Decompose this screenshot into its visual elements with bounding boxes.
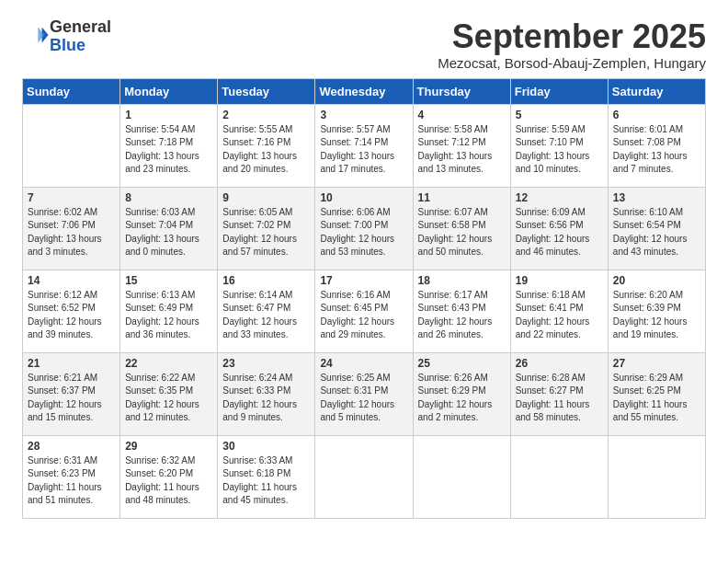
day-cell: 26Sunrise: 6:28 AM Sunset: 6:27 PM Dayli… — [510, 352, 608, 435]
day-number: 3 — [320, 109, 407, 121]
day-cell: 11Sunrise: 6:07 AM Sunset: 6:58 PM Dayli… — [413, 187, 510, 270]
day-number: 6 — [613, 109, 700, 121]
day-number: 11 — [418, 191, 506, 204]
day-cell: 12Sunrise: 6:09 AM Sunset: 6:56 PM Dayli… — [510, 187, 608, 270]
day-number: 5 — [516, 109, 603, 121]
day-number: 20 — [613, 274, 700, 287]
day-cell: 24Sunrise: 6:25 AM Sunset: 6:31 PM Dayli… — [315, 352, 413, 435]
day-info: Sunrise: 6:25 AM Sunset: 6:31 PM Dayligh… — [320, 372, 407, 425]
day-info: Sunrise: 5:58 AM Sunset: 7:12 PM Dayligh… — [418, 123, 506, 177]
logo: GeneralBlue — [22, 18, 111, 55]
logo-blue: Blue — [50, 36, 85, 54]
day-info: Sunrise: 6:12 AM Sunset: 6:52 PM Dayligh… — [28, 289, 115, 342]
calendar-table: SundayMondayTuesdayWednesdayThursdayFrid… — [22, 78, 706, 519]
day-cell — [608, 435, 705, 518]
day-number: 24 — [320, 357, 407, 370]
day-number: 2 — [222, 109, 310, 121]
day-info: Sunrise: 6:18 AM Sunset: 6:41 PM Dayligh… — [516, 289, 603, 342]
day-info: Sunrise: 5:59 AM Sunset: 7:10 PM Dayligh… — [516, 123, 603, 177]
day-info: Sunrise: 6:06 AM Sunset: 7:00 PM Dayligh… — [320, 206, 407, 259]
header-cell-wednesday: Wednesday — [315, 78, 413, 104]
day-number: 25 — [418, 357, 506, 370]
day-cell: 28Sunrise: 6:31 AM Sunset: 6:23 PM Dayli… — [23, 435, 120, 518]
week-row-5: 28Sunrise: 6:31 AM Sunset: 6:23 PM Dayli… — [23, 435, 706, 518]
day-cell: 4Sunrise: 5:58 AM Sunset: 7:12 PM Daylig… — [413, 104, 510, 187]
day-info: Sunrise: 5:55 AM Sunset: 7:16 PM Dayligh… — [222, 123, 310, 177]
header-cell-friday: Friday — [510, 78, 608, 104]
day-info: Sunrise: 6:33 AM Sunset: 6:18 PM Dayligh… — [222, 454, 310, 508]
title-area: September 2025 Mezocsat, Borsod-Abauj-Ze… — [438, 18, 706, 71]
day-info: Sunrise: 6:20 AM Sunset: 6:39 PM Dayligh… — [613, 289, 700, 342]
day-info: Sunrise: 6:09 AM Sunset: 6:56 PM Dayligh… — [516, 206, 603, 259]
day-cell: 10Sunrise: 6:06 AM Sunset: 7:00 PM Dayli… — [315, 187, 413, 270]
header-cell-monday: Monday — [120, 78, 218, 104]
day-info: Sunrise: 6:10 AM Sunset: 6:54 PM Dayligh… — [613, 206, 700, 259]
day-number: 30 — [222, 440, 310, 453]
day-info: Sunrise: 6:13 AM Sunset: 6:49 PM Dayligh… — [125, 289, 212, 342]
day-info: Sunrise: 6:07 AM Sunset: 6:58 PM Dayligh… — [418, 206, 506, 259]
day-number: 22 — [125, 357, 212, 370]
day-cell — [315, 435, 413, 518]
day-info: Sunrise: 6:32 AM Sunset: 6:20 PM Dayligh… — [125, 454, 212, 508]
header-cell-saturday: Saturday — [608, 78, 705, 104]
day-cell: 19Sunrise: 6:18 AM Sunset: 6:41 PM Dayli… — [510, 270, 608, 352]
week-row-1: 1Sunrise: 5:54 AM Sunset: 7:18 PM Daylig… — [23, 104, 706, 187]
day-cell: 21Sunrise: 6:21 AM Sunset: 6:37 PM Dayli… — [23, 352, 120, 435]
day-number: 26 — [516, 357, 603, 370]
day-cell: 25Sunrise: 6:26 AM Sunset: 6:29 PM Dayli… — [413, 352, 510, 435]
day-info: Sunrise: 6:16 AM Sunset: 6:45 PM Dayligh… — [320, 289, 407, 342]
day-number: 16 — [222, 274, 310, 287]
location-subtitle: Mezocsat, Borsod-Abauj-Zemplen, Hungary — [438, 55, 706, 71]
day-number: 19 — [516, 274, 603, 287]
calendar-header: SundayMondayTuesdayWednesdayThursdayFrid… — [23, 78, 706, 104]
day-cell: 22Sunrise: 6:22 AM Sunset: 6:35 PM Dayli… — [120, 352, 218, 435]
day-info: Sunrise: 6:02 AM Sunset: 7:06 PM Dayligh… — [28, 206, 115, 259]
day-cell: 29Sunrise: 6:32 AM Sunset: 6:20 PM Dayli… — [120, 435, 218, 518]
week-row-4: 21Sunrise: 6:21 AM Sunset: 6:37 PM Dayli… — [23, 352, 706, 435]
header-cell-sunday: Sunday — [23, 78, 120, 104]
day-info: Sunrise: 6:03 AM Sunset: 7:04 PM Dayligh… — [125, 206, 212, 259]
day-cell: 3Sunrise: 5:57 AM Sunset: 7:14 PM Daylig… — [315, 104, 413, 187]
day-cell: 23Sunrise: 6:24 AM Sunset: 6:33 PM Dayli… — [218, 352, 315, 435]
day-info: Sunrise: 5:54 AM Sunset: 7:18 PM Dayligh… — [125, 123, 212, 177]
day-cell: 30Sunrise: 6:33 AM Sunset: 6:18 PM Dayli… — [218, 435, 315, 518]
day-number: 15 — [125, 274, 212, 287]
day-cell: 15Sunrise: 6:13 AM Sunset: 6:49 PM Dayli… — [120, 270, 218, 352]
day-info: Sunrise: 6:31 AM Sunset: 6:23 PM Dayligh… — [28, 454, 115, 508]
day-info: Sunrise: 5:57 AM Sunset: 7:14 PM Dayligh… — [320, 123, 407, 177]
day-info: Sunrise: 6:29 AM Sunset: 6:25 PM Dayligh… — [613, 372, 700, 425]
day-info: Sunrise: 6:26 AM Sunset: 6:29 PM Dayligh… — [418, 372, 506, 425]
calendar-body: 1Sunrise: 5:54 AM Sunset: 7:18 PM Daylig… — [23, 104, 706, 518]
day-number: 18 — [418, 274, 506, 287]
day-info: Sunrise: 6:24 AM Sunset: 6:33 PM Dayligh… — [222, 372, 310, 425]
day-number: 28 — [28, 440, 115, 453]
day-cell — [413, 435, 510, 518]
day-info: Sunrise: 6:22 AM Sunset: 6:35 PM Dayligh… — [125, 372, 212, 425]
day-cell: 16Sunrise: 6:14 AM Sunset: 6:47 PM Dayli… — [218, 270, 315, 352]
day-number: 23 — [222, 357, 310, 370]
day-cell: 13Sunrise: 6:10 AM Sunset: 6:54 PM Dayli… — [608, 187, 705, 270]
day-cell: 17Sunrise: 6:16 AM Sunset: 6:45 PM Dayli… — [315, 270, 413, 352]
day-number: 9 — [222, 191, 310, 204]
day-info: Sunrise: 6:14 AM Sunset: 6:47 PM Dayligh… — [222, 289, 310, 342]
day-cell: 1Sunrise: 5:54 AM Sunset: 7:18 PM Daylig… — [120, 104, 218, 187]
day-number: 12 — [516, 191, 603, 204]
day-number: 4 — [418, 109, 506, 121]
day-info: Sunrise: 6:21 AM Sunset: 6:37 PM Dayligh… — [28, 372, 115, 425]
logo-text: GeneralBlue — [50, 18, 111, 55]
day-number: 7 — [28, 191, 115, 204]
day-cell: 27Sunrise: 6:29 AM Sunset: 6:25 PM Dayli… — [608, 352, 705, 435]
week-row-3: 14Sunrise: 6:12 AM Sunset: 6:52 PM Dayli… — [23, 270, 706, 352]
day-cell — [23, 104, 120, 187]
header-row: SundayMondayTuesdayWednesdayThursdayFrid… — [23, 78, 706, 104]
day-number: 1 — [125, 109, 212, 121]
day-info: Sunrise: 6:17 AM Sunset: 6:43 PM Dayligh… — [418, 289, 506, 342]
header: GeneralBlue September 2025 Mezocsat, Bor… — [22, 18, 706, 71]
logo-icon — [24, 22, 50, 48]
day-number: 21 — [28, 357, 115, 370]
header-cell-tuesday: Tuesday — [218, 78, 315, 104]
day-number: 10 — [320, 191, 407, 204]
day-info: Sunrise: 6:28 AM Sunset: 6:27 PM Dayligh… — [516, 372, 603, 425]
day-number: 27 — [613, 357, 700, 370]
header-cell-thursday: Thursday — [413, 78, 510, 104]
